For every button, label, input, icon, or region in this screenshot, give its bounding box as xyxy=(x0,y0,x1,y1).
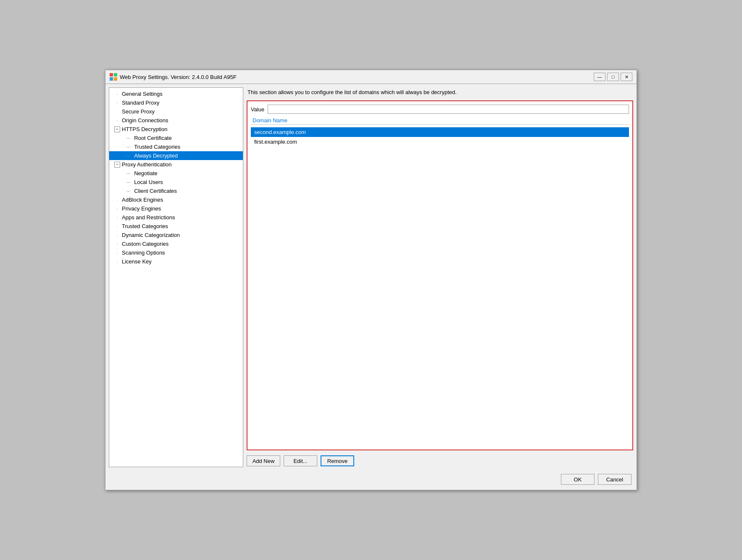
close-button[interactable]: ✕ xyxy=(621,73,632,81)
sidebar-label-trusted-categories: Trusted Categories xyxy=(134,144,180,150)
svg-rect-3 xyxy=(114,77,117,81)
sidebar-label-secure-proxy: Secure Proxy xyxy=(122,108,155,115)
sidebar-item-scanning-options[interactable]: ·Scanning Options xyxy=(109,248,243,257)
sidebar-label-custom-categories: Custom Categories xyxy=(122,241,168,247)
sidebar-tree: ·General Settings·Standard Proxy·Secure … xyxy=(109,87,243,467)
domain-row-domain-1[interactable]: second.example.com xyxy=(251,127,629,137)
value-label: Value xyxy=(251,106,264,113)
sidebar-item-client-certificates[interactable]: ·–·Client Certificates xyxy=(109,187,243,195)
expand-icon-proxy-authentication[interactable]: − xyxy=(114,162,120,168)
cancel-button[interactable]: Cancel xyxy=(598,474,631,485)
domain-header-label: Domain Name xyxy=(253,117,287,124)
sidebar-label-client-certificates: Client Certificates xyxy=(134,188,177,194)
sidebar-label-origin-connections: Origin Connections xyxy=(122,117,168,124)
sidebar-item-local-users[interactable]: ·–·Local Users xyxy=(109,178,243,187)
sidebar-item-negotiate[interactable]: ·–·Negotiate xyxy=(109,169,243,178)
main-window: Web Proxy Settings. Version: 2.4.0.0 Bui… xyxy=(105,70,637,490)
sidebar-label-license-key: License Key xyxy=(122,258,152,265)
ok-button[interactable]: OK xyxy=(561,474,595,485)
value-row: Value xyxy=(251,105,629,114)
sidebar-label-general-settings: General Settings xyxy=(122,91,163,97)
sidebar-label-dynamic-categorization: Dynamic Categorization xyxy=(122,232,180,238)
content-box: Value Domain Name second.example.comfirs… xyxy=(247,100,633,450)
app-icon xyxy=(110,73,117,81)
sidebar-item-trusted-categories[interactable]: ·–·Trusted Categories xyxy=(109,142,243,151)
sidebar-item-secure-proxy[interactable]: ·Secure Proxy xyxy=(109,107,243,116)
edit-button[interactable]: Edit... xyxy=(284,455,317,466)
sidebar-item-root-certificate[interactable]: ·–·Root Certificate xyxy=(109,134,243,142)
sidebar-label-standard-proxy: Standard Proxy xyxy=(122,100,160,106)
right-panel: This section allows you to configure the… xyxy=(247,87,633,467)
value-input[interactable] xyxy=(268,105,629,114)
domain-row-domain-2[interactable]: first.example.com xyxy=(251,137,629,147)
sidebar-item-license-key[interactable]: ·License Key xyxy=(109,257,243,266)
sidebar-item-privacy-engines[interactable]: ·Privacy Engines xyxy=(109,204,243,213)
sidebar-item-proxy-authentication[interactable]: −Proxy Authentication xyxy=(109,160,243,169)
titlebar: Web Proxy Settings. Version: 2.4.0.0 Bui… xyxy=(105,70,637,84)
titlebar-left: Web Proxy Settings. Version: 2.4.0.0 Bui… xyxy=(110,73,237,81)
domain-list: second.example.comfirst.example.com xyxy=(251,127,629,446)
sidebar-item-https-decryption[interactable]: −HTTPS Decryption xyxy=(109,125,243,134)
sidebar-item-apps-and-restrictions[interactable]: ·Apps and Restrictions xyxy=(109,213,243,222)
sidebar-item-dynamic-categorization[interactable]: ·Dynamic Categorization xyxy=(109,231,243,239)
sidebar-label-apps-and-restrictions: Apps and Restrictions xyxy=(122,214,175,221)
sidebar-item-custom-categories[interactable]: ·Custom Categories xyxy=(109,239,243,248)
svg-rect-2 xyxy=(110,77,113,81)
sidebar-item-origin-connections[interactable]: ·Origin Connections xyxy=(109,116,243,125)
add-new-button[interactable]: Add New xyxy=(247,455,280,466)
sidebar-item-general-settings[interactable]: ·General Settings xyxy=(109,89,243,98)
sidebar-label-negotiate: Negotiate xyxy=(134,170,158,176)
sidebar-label-scanning-options: Scanning Options xyxy=(122,250,165,256)
svg-rect-0 xyxy=(110,73,113,76)
main-content: ·General Settings·Standard Proxy·Secure … xyxy=(105,84,637,471)
footer: OK Cancel xyxy=(105,471,637,490)
description-text: This section allows you to configure the… xyxy=(247,87,633,97)
window-title: Web Proxy Settings. Version: 2.4.0.0 Bui… xyxy=(120,74,237,80)
sidebar-label-privacy-engines: Privacy Engines xyxy=(122,205,161,212)
svg-rect-1 xyxy=(114,73,117,76)
remove-button[interactable]: Remove xyxy=(321,455,354,466)
sidebar-item-trusted-categories-top[interactable]: ·Trusted Categories xyxy=(109,222,243,231)
sidebar-label-always-decrypted: Always Decrypted xyxy=(134,152,178,159)
action-buttons: Add New Edit... Remove xyxy=(247,454,633,467)
titlebar-controls: — □ ✕ xyxy=(594,73,632,81)
sidebar-label-root-certificate: Root Certificate xyxy=(134,135,172,141)
sidebar-label-local-users: Local Users xyxy=(134,179,163,185)
domain-header: Domain Name xyxy=(251,116,629,125)
sidebar-item-always-decrypted[interactable]: ·–·Always Decrypted xyxy=(109,151,243,160)
sidebar-label-proxy-authentication: Proxy Authentication xyxy=(122,161,172,168)
restore-button[interactable]: □ xyxy=(607,73,619,81)
sidebar-label-adblock-engines: AdBlock Engines xyxy=(122,197,163,203)
minimize-button[interactable]: — xyxy=(594,73,605,81)
sidebar-item-adblock-engines[interactable]: ·AdBlock Engines xyxy=(109,195,243,204)
sidebar-label-trusted-categories-top: Trusted Categories xyxy=(122,223,168,229)
sidebar-item-standard-proxy[interactable]: ·Standard Proxy xyxy=(109,98,243,107)
expand-icon-https-decryption[interactable]: − xyxy=(114,126,120,132)
sidebar-label-https-decryption: HTTPS Decryption xyxy=(122,126,167,132)
